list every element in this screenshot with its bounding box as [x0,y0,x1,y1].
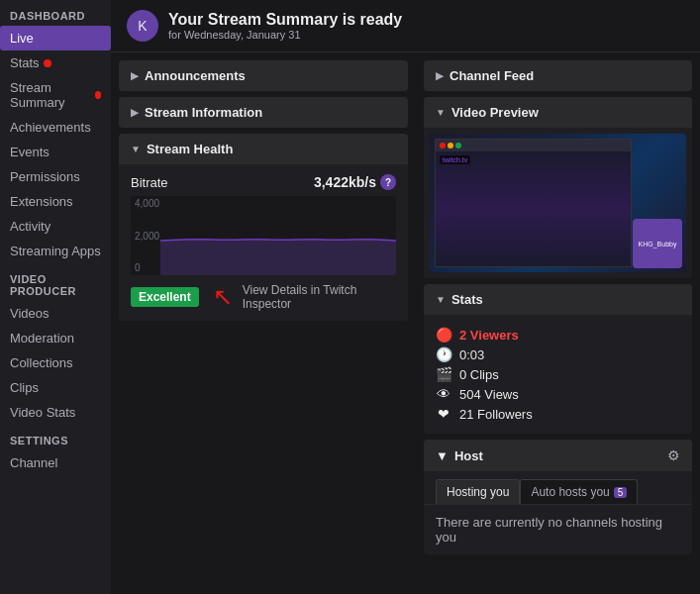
avatar-overlay-name: KHG_Bubby [639,241,677,248]
health-footer: Excellent ↖ View Details in Twitch Inspe… [131,283,396,311]
stream-health-body: Bitrate 3,422kb/s ? 4,000 2,000 0 [119,164,408,321]
right-column: ▶ Channel Feed ▼ Video Preview [416,52,700,594]
content-area: ▶ Announcements ▶ Stream Information ▼ S… [111,52,700,594]
excellent-badge: Excellent [131,287,199,307]
video-preview-label: Video Preview [451,105,539,120]
sidebar-section-video-producer: Video Producer [0,263,111,301]
channel-feed-label: Channel Feed [450,68,534,83]
sidebar-item-live[interactable]: Live [0,26,111,50]
title-block: Your Stream Summary is ready for Wednesd… [168,11,402,41]
announcements-header[interactable]: ▶ Announcements [119,60,408,91]
y-label-top: 4,000 [135,198,159,209]
page-subtitle: for Wednesday, January 31 [168,29,402,41]
host-body: There are currently no channels hosting … [424,505,692,554]
host-header: ▼ Host ⚙ [424,440,692,471]
bitrate-label: Bitrate [131,175,168,190]
video-preview-body: twitch.tv KHG_Bubby [424,128,692,278]
video-preview-header[interactable]: ▼ Video Preview [424,97,692,128]
sidebar-item-videos[interactable]: Videos [0,301,111,326]
stats-text-3: 504 Views [459,387,519,402]
stats-arrow: ▼ [436,294,446,305]
arrow-indicator-icon: ↖ [213,283,233,311]
stats-body: 🔴2 Viewers🕐0:03🎬0 Clips👁504 Views❤21 Fol… [424,315,692,434]
host-header-left: ▼ Host [436,448,483,463]
video-placeholder: twitch.tv KHG_Bubby [430,134,686,272]
video-preview-display: twitch.tv KHG_Bubby [430,134,686,272]
vid-dot-red [440,143,446,148]
stats-text-1: 0:03 [459,347,484,362]
info-icon[interactable]: ? [380,174,396,190]
stats-item-0: 🔴2 Viewers [436,325,680,345]
stats-icon-3: 👁 [436,386,451,402]
stream-info-label: Stream Information [145,105,262,120]
video-inner-bar [436,140,631,151]
sidebar-item-activity[interactable]: Activity [0,214,111,239]
left-column: ▶ Announcements ▶ Stream Information ▼ S… [111,52,416,594]
y-label-bot: 0 [135,262,159,273]
gear-icon[interactable]: ⚙ [667,447,680,463]
view-details-link[interactable]: View Details in Twitch Inspector [243,283,396,311]
bitrate-value: 3,422kb/s ? [314,174,396,190]
sidebar-item-extensions[interactable]: Extensions [0,189,111,214]
bitrate-row: Bitrate 3,422kb/s ? [131,174,396,190]
stats-text-4: 21 Followers [459,407,533,422]
stats-item-3: 👁504 Views [436,384,680,404]
bitrate-number: 3,422kb/s [314,174,376,190]
sidebar: DashboardLiveStatsStream SummaryAchievem… [0,0,111,594]
host-tab-0[interactable]: Hosting you [436,479,520,504]
stream-info-panel: ▶ Stream Information [119,97,408,128]
video-screen-area: twitch.tv [436,151,631,266]
host-arrow: ▼ [436,448,449,463]
host-tab-badge-1: 5 [614,487,628,498]
main-content: K Your Stream Summary is ready for Wedne… [111,0,700,594]
sidebar-item-moderation[interactable]: Moderation [0,326,111,350]
stats-item-4: ❤21 Followers [436,404,680,424]
sidebar-item-events[interactable]: Events [0,140,111,164]
sidebar-item-permissions[interactable]: Permissions [0,164,111,189]
stream-info-header[interactable]: ▶ Stream Information [119,97,408,128]
video-preview-panel: ▼ Video Preview [424,97,692,278]
sidebar-section-dashboard: Dashboard [0,0,111,26]
sidebar-badge [95,91,101,99]
bitrate-chart: 4,000 2,000 0 [131,196,396,275]
stats-icon-2: 🎬 [436,366,451,382]
sidebar-item-stream-summary[interactable]: Stream Summary [0,75,111,115]
sidebar-item-achievements[interactable]: Achievements [0,115,111,140]
page-title: Your Stream Summary is ready [168,11,402,29]
avatar-overlay: KHG_Bubby [633,219,682,268]
video-overlay-text: twitch.tv [440,155,470,164]
announcements-panel: ▶ Announcements [119,60,408,91]
sidebar-item-stats[interactable]: Stats [0,50,111,75]
host-tab-1[interactable]: Auto hosts you5 [520,479,638,504]
sidebar-badge [44,59,51,67]
stream-health-label: Stream Health [147,142,233,156]
stats-text-2: 0 Clips [459,367,499,382]
sidebar-item-streaming-apps[interactable]: Streaming Apps [0,239,111,263]
announcements-arrow: ▶ [131,70,139,81]
stream-health-panel: ▼ Stream Health Bitrate 3,422kb/s ? 4,00… [119,134,408,321]
sidebar-item-clips[interactable]: Clips [0,375,111,400]
vid-dot-yellow [448,143,453,148]
stats-item-2: 🎬0 Clips [436,364,680,384]
stream-health-header[interactable]: ▼ Stream Health [119,134,408,164]
sidebar-item-channel[interactable]: Channel [0,450,111,475]
sidebar-item-collections[interactable]: Collections [0,350,111,375]
announcements-label: Announcements [145,68,246,83]
video-inner-frame: twitch.tv [435,139,632,267]
stats-icon-4: ❤ [436,406,451,422]
no-host-text: There are currently no channels hosting … [436,515,680,544]
host-label: Host [454,448,483,463]
avatar: K [127,10,158,42]
stream-info-arrow: ▶ [131,107,139,118]
stats-icon-1: 🕐 [436,346,451,362]
vid-dot-green [455,143,461,148]
channel-feed-panel: ▶ Channel Feed [424,60,692,91]
sidebar-item-video-stats[interactable]: Video Stats [0,400,111,425]
channel-feed-header[interactable]: ▶ Channel Feed [424,60,692,91]
stats-label: Stats [451,292,483,307]
stats-header[interactable]: ▼ Stats [424,284,692,315]
stats-item-1: 🕐0:03 [436,345,680,364]
sidebar-section-settings: Settings [0,425,111,450]
video-preview-arrow: ▼ [436,107,446,118]
chart-y-labels: 4,000 2,000 0 [131,196,163,275]
